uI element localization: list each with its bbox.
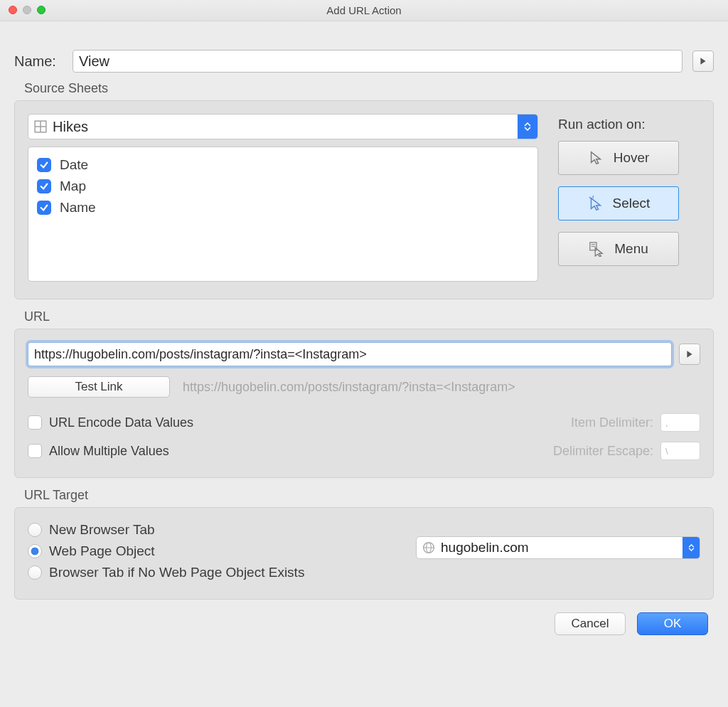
globe-icon (422, 541, 435, 554)
allow-multiple-toggle[interactable]: Allow Multiple Values (28, 444, 169, 459)
name-label: Name: (14, 53, 63, 70)
window-titlebar: Add URL Action (0, 0, 728, 21)
cursor-menu-icon (589, 241, 604, 257)
url-encode-toggle[interactable]: URL Encode Data Values (28, 415, 193, 430)
url-section-label: URL (24, 309, 714, 324)
source-fields-list: Date Map Name (28, 147, 538, 282)
radio-checked-icon (28, 544, 42, 558)
checkbox-checked-icon (37, 179, 51, 193)
window-title: Add URL Action (326, 4, 401, 16)
run-action-on-label: Run action on: (558, 117, 700, 132)
url-target-label: URL Target (24, 488, 714, 503)
zoom-window-icon[interactable] (37, 6, 46, 14)
select-button[interactable]: Select (558, 186, 679, 220)
web-page-object-select[interactable]: hugobelin.com (416, 536, 700, 559)
hover-button[interactable]: Hover (558, 141, 679, 175)
field-label: Name (60, 200, 96, 216)
item-delimiter-input[interactable] (660, 413, 700, 432)
field-item-name[interactable]: Name (37, 197, 529, 218)
name-input[interactable] (73, 50, 682, 73)
source-sheets-label: Source Sheets (24, 81, 714, 96)
field-item-map[interactable]: Map (37, 176, 529, 197)
radio-label: Browser Tab if No Web Page Object Exists (49, 565, 304, 580)
cursor-select-icon (587, 196, 603, 211)
url-target-panel: New Browser Tab Web Page Object Browser … (14, 507, 714, 600)
checkbox-checked-icon (37, 201, 51, 215)
ok-label: OK (664, 617, 682, 631)
radio-unchecked-icon (28, 523, 42, 537)
traffic-lights (9, 6, 46, 14)
item-delimiter-label: Item Delimiter: (571, 415, 653, 430)
close-window-icon[interactable] (9, 6, 17, 14)
checkbox-unchecked-icon (28, 415, 42, 430)
delimiter-escape-input[interactable] (660, 442, 700, 460)
cancel-button[interactable]: Cancel (555, 612, 626, 635)
radio-label: Web Page Object (49, 543, 155, 559)
minimize-window-icon[interactable] (23, 6, 31, 14)
field-label: Date (60, 157, 88, 173)
dialog-footer: Cancel OK (0, 600, 728, 648)
checkbox-unchecked-icon (28, 444, 42, 458)
menu-button[interactable]: Menu (558, 232, 679, 266)
field-item-date[interactable]: Date (37, 154, 529, 176)
chevron-down-icon (688, 548, 695, 551)
hover-label: Hover (614, 150, 650, 166)
allow-multiple-label: Allow Multiple Values (49, 444, 169, 459)
url-panel: Test Link https://hugobelin.com/posts/in… (14, 329, 714, 478)
menu-label: Menu (614, 241, 648, 257)
source-sheets-panel: Hikes Date Map (14, 100, 714, 299)
field-label: Map (60, 179, 86, 194)
source-sheet-value: Hikes (53, 119, 518, 135)
caret-right-icon (699, 57, 707, 65)
test-link-label: Test Link (75, 380, 122, 394)
sheet-grid-icon (34, 120, 47, 133)
url-encode-label: URL Encode Data Values (49, 415, 193, 430)
radio-label: New Browser Tab (49, 522, 155, 538)
url-preview: https://hugobelin.com/posts/instagram/?i… (183, 380, 515, 395)
web-page-object-value: hugobelin.com (441, 540, 682, 556)
checkbox-checked-icon (37, 158, 51, 172)
test-link-button[interactable]: Test Link (28, 376, 170, 398)
radio-fallback-tab[interactable]: Browser Tab if No Web Page Object Exists (28, 562, 700, 583)
ok-button[interactable]: OK (637, 612, 708, 635)
chevron-down-icon (524, 127, 531, 131)
select-label: Select (613, 196, 651, 211)
url-input[interactable] (28, 342, 672, 366)
cursor-hover-icon (588, 150, 604, 166)
radio-unchecked-icon (28, 565, 42, 580)
cancel-label: Cancel (572, 617, 609, 631)
name-params-button[interactable] (692, 51, 714, 72)
url-params-button[interactable] (679, 344, 700, 365)
caret-right-icon (685, 350, 694, 358)
source-sheet-select[interactable]: Hikes (28, 114, 538, 139)
delimiter-escape-label: Delimiter Escape: (553, 444, 653, 459)
